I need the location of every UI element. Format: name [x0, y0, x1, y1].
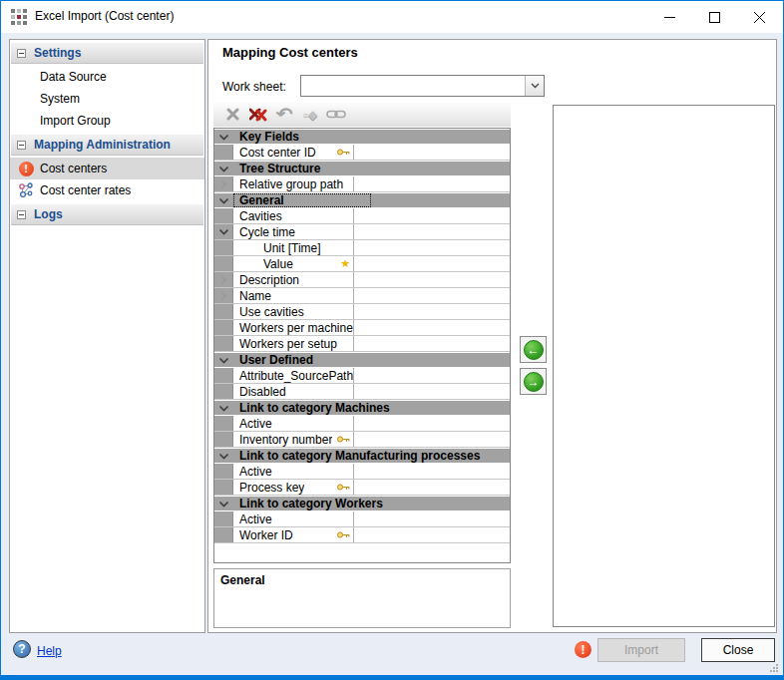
- table-filler: [214, 543, 510, 562]
- mapping-field-row[interactable]: Active: [214, 416, 510, 432]
- field-label: Process key: [239, 481, 304, 495]
- mapping-category-row[interactable]: Key Fields: [214, 129, 510, 145]
- chevron-down-icon[interactable]: [214, 353, 233, 367]
- sidebar-item-import-group[interactable]: Import Group: [10, 110, 204, 132]
- auto-map-button[interactable]: ↶: [271, 104, 297, 125]
- field-description-box: General: [213, 568, 511, 628]
- import-button[interactable]: Import: [597, 638, 685, 662]
- mapping-value-cell[interactable]: [354, 208, 510, 223]
- field-label: Name: [239, 289, 271, 303]
- link-columns-button[interactable]: [323, 104, 349, 125]
- help-icon[interactable]: ?: [13, 640, 31, 658]
- chevron-down-icon[interactable]: [214, 449, 233, 463]
- mapping-value-cell[interactable]: [354, 256, 510, 271]
- sidebar-item-cost-center-rates[interactable]: Cost center rates: [10, 179, 204, 201]
- chevron-down-icon[interactable]: [214, 130, 233, 144]
- mapping-value-cell[interactable]: [354, 176, 510, 191]
- mapping-field-row[interactable]: Cost center ID: [214, 145, 510, 161]
- assign-fields-button[interactable]: ≡◆: [297, 104, 323, 125]
- mapping-category-row[interactable]: Link to category Machines: [214, 400, 510, 416]
- chevron-down-icon[interactable]: [214, 193, 233, 207]
- mapping-value-cell[interactable]: [354, 416, 510, 431]
- mapping-field-row[interactable]: Disabled: [214, 384, 510, 400]
- field-label-cell: Unit [Time]: [233, 240, 354, 255]
- mapping-field-row[interactable]: Workers per machine: [214, 320, 510, 336]
- close-button[interactable]: [737, 2, 782, 32]
- mapping-field-row[interactable]: Relative group path: [214, 176, 510, 192]
- minimize-button[interactable]: [647, 2, 692, 32]
- map-right-button[interactable]: →: [520, 368, 547, 395]
- sidebar-section-settings[interactable]: Settings: [11, 43, 203, 64]
- mapping-category-row[interactable]: General: [214, 192, 510, 208]
- sidebar-section-mapping-administration[interactable]: Mapping Administration: [11, 135, 203, 156]
- chevron-right-icon[interactable]: [214, 272, 233, 287]
- close-dialog-button[interactable]: Close: [701, 638, 775, 662]
- warning-icon: !: [18, 161, 34, 176]
- mapping-field-row[interactable]: Use cavities: [214, 304, 510, 320]
- mapping-value-cell[interactable]: [354, 288, 510, 303]
- resize-grip[interactable]: [770, 664, 778, 672]
- chevron-down-icon[interactable]: [214, 162, 233, 175]
- mapping-field-row[interactable]: Process key: [214, 480, 510, 496]
- mapping-value-cell[interactable]: [354, 272, 510, 287]
- sidebar-item-cost-centers[interactable]: ! Cost centers: [10, 158, 204, 179]
- combobox-dropdown-button[interactable]: [525, 76, 544, 96]
- mapping-field-row[interactable]: Description: [214, 272, 510, 288]
- sidebar-item-system[interactable]: System: [10, 88, 204, 110]
- row-gutter: [214, 336, 233, 351]
- app-icon: [11, 9, 27, 25]
- collapse-icon[interactable]: [17, 141, 26, 150]
- map-left-button[interactable]: ←: [520, 336, 547, 363]
- mapping-field-row[interactable]: Attribute_SourcePath: [214, 368, 510, 384]
- clear-all-mappings-button[interactable]: [245, 104, 271, 125]
- collapse-icon[interactable]: [17, 49, 26, 58]
- mapping-value-cell[interactable]: [354, 432, 510, 447]
- maximize-button[interactable]: [692, 2, 737, 32]
- mapping-value-cell[interactable]: [354, 304, 510, 319]
- mapping-value-cell[interactable]: [354, 384, 510, 399]
- mapping-field-row[interactable]: Cavities: [214, 208, 510, 224]
- minimize-icon: [664, 12, 675, 23]
- mapping-category-row[interactable]: Link to category Manufacturing processes: [214, 448, 510, 464]
- chevron-right-icon[interactable]: [214, 176, 233, 191]
- chevron-right-icon[interactable]: [214, 288, 233, 303]
- mapping-field-row[interactable]: Active: [214, 464, 510, 480]
- mapping-field-row[interactable]: Cycle time: [214, 224, 510, 240]
- mapping-value-cell[interactable]: [354, 527, 510, 542]
- mapping-category-row[interactable]: User Defined: [214, 352, 510, 368]
- field-label: Cycle time: [239, 225, 295, 239]
- mapping-value-cell[interactable]: [354, 224, 510, 239]
- mapping-field-row[interactable]: Inventory number: [214, 432, 510, 448]
- row-gutter: [214, 256, 233, 271]
- mapping-field-row[interactable]: Value★: [214, 256, 510, 272]
- sidebar-section-logs[interactable]: Logs: [11, 204, 203, 225]
- clear-mapping-button[interactable]: [219, 104, 245, 125]
- mapping-value-cell[interactable]: [354, 480, 510, 495]
- chevron-down-icon[interactable]: [214, 497, 233, 510]
- mapping-value-cell[interactable]: [354, 464, 510, 479]
- mapping-field-row[interactable]: Unit [Time]: [214, 240, 510, 256]
- worksheet-combobox[interactable]: [300, 75, 545, 97]
- chevron-down-icon[interactable]: [214, 401, 233, 415]
- title-bar[interactable]: Excel Import (Cost center): [1, 1, 783, 33]
- chevron-down-icon[interactable]: [214, 224, 233, 239]
- excel-columns-panel[interactable]: [553, 105, 775, 627]
- field-label: Attribute_SourcePath: [239, 369, 353, 383]
- mapping-value-cell[interactable]: [354, 368, 510, 383]
- category-label: General: [233, 193, 371, 207]
- mapping-category-row[interactable]: Tree Structure: [214, 161, 510, 176]
- mapping-value-cell[interactable]: [354, 511, 510, 526]
- mapping-category-row[interactable]: Link to category Workers: [214, 496, 510, 511]
- mapping-value-cell[interactable]: [354, 320, 510, 335]
- mapping-value-cell[interactable]: [354, 145, 510, 160]
- mapping-value-cell[interactable]: [354, 336, 510, 351]
- sidebar-item-data-source[interactable]: Data Source: [10, 66, 204, 88]
- help-link[interactable]: Help: [37, 644, 62, 658]
- collapse-icon[interactable]: [17, 210, 26, 219]
- mapping-field-row[interactable]: Active: [214, 511, 510, 527]
- mapping-field-row[interactable]: Workers per setup: [214, 336, 510, 352]
- section-title: Mapping Administration: [34, 138, 171, 152]
- mapping-value-cell[interactable]: [354, 240, 510, 255]
- mapping-field-row[interactable]: Worker ID: [214, 527, 510, 543]
- mapping-field-row[interactable]: Name: [214, 288, 510, 304]
